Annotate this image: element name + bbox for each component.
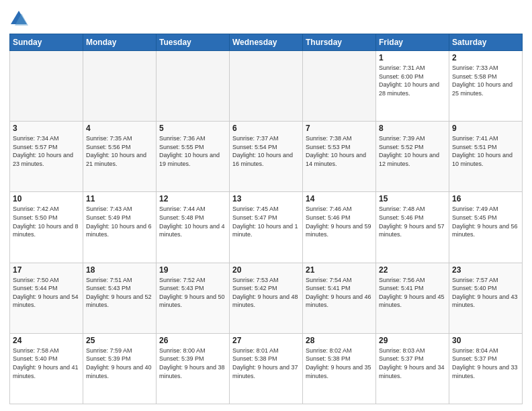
day-number: 4 — [86, 124, 153, 133]
day-info: Sunrise: 7:39 AM Sunset: 5:52 PM Dayligh… — [379, 134, 446, 168]
day-info: Sunrise: 7:56 AM Sunset: 5:41 PM Dayligh… — [379, 276, 446, 310]
calendar-cell: 18Sunrise: 7:51 AM Sunset: 5:43 PM Dayli… — [83, 263, 157, 333]
calendar-cell: 13Sunrise: 7:45 AM Sunset: 5:47 PM Dayli… — [230, 192, 303, 263]
day-info: Sunrise: 7:46 AM Sunset: 5:46 PM Dayligh… — [306, 205, 373, 238]
day-info: Sunrise: 7:51 AM Sunset: 5:43 PM Dayligh… — [86, 276, 153, 310]
calendar-cell: 21Sunrise: 7:54 AM Sunset: 5:41 PM Dayli… — [303, 263, 376, 333]
calendar-cell: 3Sunrise: 7:34 AM Sunset: 5:57 PM Daylig… — [10, 122, 83, 192]
day-info: Sunrise: 7:33 AM Sunset: 5:58 PM Dayligh… — [452, 64, 519, 97]
day-info: Sunrise: 8:01 AM Sunset: 5:38 PM Dayligh… — [232, 347, 300, 380]
calendar-cell: 26Sunrise: 8:00 AM Sunset: 5:39 PM Dayli… — [157, 333, 230, 404]
day-number: 17 — [13, 265, 80, 275]
day-number: 13 — [232, 194, 300, 203]
calendar-cell: 4Sunrise: 7:35 AM Sunset: 5:56 PM Daylig… — [83, 122, 157, 192]
col-header-friday: Friday — [376, 34, 449, 51]
day-info: Sunrise: 8:03 AM Sunset: 5:37 PM Dayligh… — [379, 347, 446, 380]
page: SundayMondayTuesdayWednesdayThursdayFrid… — [0, 0, 532, 411]
day-number: 3 — [13, 124, 80, 133]
col-header-tuesday: Tuesday — [157, 34, 230, 51]
calendar-cell: 28Sunrise: 8:02 AM Sunset: 5:38 PM Dayli… — [303, 333, 376, 404]
day-info: Sunrise: 7:38 AM Sunset: 5:53 PM Dayligh… — [306, 134, 373, 168]
calendar-cell: 15Sunrise: 7:48 AM Sunset: 5:46 PM Dayli… — [376, 192, 449, 263]
calendar-cell: 11Sunrise: 7:43 AM Sunset: 5:49 PM Dayli… — [83, 192, 157, 263]
day-info: Sunrise: 8:00 AM Sunset: 5:39 PM Dayligh… — [159, 347, 226, 380]
day-number: 2 — [452, 53, 519, 62]
calendar-cell: 12Sunrise: 7:44 AM Sunset: 5:48 PM Dayli… — [157, 192, 230, 263]
logo — [9, 9, 31, 28]
calendar-cell: 2Sunrise: 7:33 AM Sunset: 5:58 PM Daylig… — [449, 51, 523, 122]
day-info: Sunrise: 7:35 AM Sunset: 5:56 PM Dayligh… — [86, 134, 153, 168]
calendar-cell: 8Sunrise: 7:39 AM Sunset: 5:52 PM Daylig… — [376, 122, 449, 192]
calendar-cell: 19Sunrise: 7:52 AM Sunset: 5:43 PM Dayli… — [157, 263, 230, 333]
calendar-week-row: 10Sunrise: 7:42 AM Sunset: 5:50 PM Dayli… — [10, 192, 523, 263]
day-number: 11 — [86, 194, 153, 203]
calendar-cell: 10Sunrise: 7:42 AM Sunset: 5:50 PM Dayli… — [10, 192, 83, 263]
calendar-cell: 14Sunrise: 7:46 AM Sunset: 5:46 PM Dayli… — [303, 192, 376, 263]
day-info: Sunrise: 7:42 AM Sunset: 5:50 PM Dayligh… — [13, 205, 80, 238]
calendar-cell: 17Sunrise: 7:50 AM Sunset: 5:44 PM Dayli… — [10, 263, 83, 333]
day-info: Sunrise: 7:48 AM Sunset: 5:46 PM Dayligh… — [379, 205, 446, 238]
calendar-header-row: SundayMondayTuesdayWednesdayThursdayFrid… — [10, 34, 523, 51]
col-header-wednesday: Wednesday — [230, 34, 303, 51]
calendar-table: SundayMondayTuesdayWednesdayThursdayFrid… — [9, 34, 523, 404]
day-number: 1 — [379, 53, 446, 62]
calendar-cell: 6Sunrise: 7:37 AM Sunset: 5:54 PM Daylig… — [230, 122, 303, 192]
day-number: 28 — [306, 336, 373, 345]
calendar-cell — [157, 51, 230, 122]
calendar-cell — [10, 51, 83, 122]
day-number: 27 — [232, 336, 300, 345]
day-info: Sunrise: 7:34 AM Sunset: 5:57 PM Dayligh… — [13, 134, 80, 168]
day-number: 18 — [86, 265, 153, 275]
day-number: 10 — [13, 194, 80, 203]
day-number: 8 — [379, 124, 446, 133]
calendar-cell: 22Sunrise: 7:56 AM Sunset: 5:41 PM Dayli… — [376, 263, 449, 333]
day-info: Sunrise: 7:52 AM Sunset: 5:43 PM Dayligh… — [159, 276, 226, 310]
col-header-sunday: Sunday — [10, 34, 83, 51]
day-info: Sunrise: 7:41 AM Sunset: 5:51 PM Dayligh… — [452, 134, 519, 168]
day-info: Sunrise: 7:36 AM Sunset: 5:55 PM Dayligh… — [159, 134, 226, 168]
day-number: 20 — [232, 265, 300, 275]
day-info: Sunrise: 7:57 AM Sunset: 5:40 PM Dayligh… — [452, 276, 519, 310]
day-info: Sunrise: 7:58 AM Sunset: 5:40 PM Dayligh… — [13, 347, 80, 380]
day-number: 26 — [159, 336, 226, 345]
day-info: Sunrise: 7:45 AM Sunset: 5:47 PM Dayligh… — [232, 205, 300, 238]
calendar-week-row: 24Sunrise: 7:58 AM Sunset: 5:40 PM Dayli… — [10, 333, 523, 404]
calendar-cell: 27Sunrise: 8:01 AM Sunset: 5:38 PM Dayli… — [230, 333, 303, 404]
calendar-cell — [303, 51, 376, 122]
day-number: 23 — [452, 265, 519, 275]
day-info: Sunrise: 7:31 AM Sunset: 6:00 PM Dayligh… — [379, 64, 446, 97]
calendar-week-row: 3Sunrise: 7:34 AM Sunset: 5:57 PM Daylig… — [10, 122, 523, 192]
day-number: 24 — [13, 336, 80, 345]
day-number: 14 — [306, 194, 373, 203]
col-header-monday: Monday — [83, 34, 157, 51]
calendar-cell: 25Sunrise: 7:59 AM Sunset: 5:39 PM Dayli… — [83, 333, 157, 404]
col-header-thursday: Thursday — [303, 34, 376, 51]
day-info: Sunrise: 7:43 AM Sunset: 5:49 PM Dayligh… — [86, 205, 153, 238]
day-info: Sunrise: 7:50 AM Sunset: 5:44 PM Dayligh… — [13, 276, 80, 310]
calendar-cell — [230, 51, 303, 122]
day-number: 30 — [452, 336, 519, 345]
day-info: Sunrise: 7:49 AM Sunset: 5:45 PM Dayligh… — [452, 205, 519, 238]
day-info: Sunrise: 8:04 AM Sunset: 5:37 PM Dayligh… — [452, 347, 519, 380]
calendar-cell: 30Sunrise: 8:04 AM Sunset: 5:37 PM Dayli… — [449, 333, 523, 404]
calendar-cell: 23Sunrise: 7:57 AM Sunset: 5:40 PM Dayli… — [449, 263, 523, 333]
day-number: 7 — [306, 124, 373, 133]
day-number: 19 — [159, 265, 226, 275]
day-number: 16 — [452, 194, 519, 203]
day-info: Sunrise: 7:37 AM Sunset: 5:54 PM Dayligh… — [232, 134, 300, 168]
calendar-week-row: 1Sunrise: 7:31 AM Sunset: 6:00 PM Daylig… — [10, 51, 523, 122]
calendar-cell: 9Sunrise: 7:41 AM Sunset: 5:51 PM Daylig… — [449, 122, 523, 192]
calendar-cell: 5Sunrise: 7:36 AM Sunset: 5:55 PM Daylig… — [157, 122, 230, 192]
day-info: Sunrise: 7:59 AM Sunset: 5:39 PM Dayligh… — [86, 347, 153, 380]
calendar-cell: 20Sunrise: 7:53 AM Sunset: 5:42 PM Dayli… — [230, 263, 303, 333]
calendar-week-row: 17Sunrise: 7:50 AM Sunset: 5:44 PM Dayli… — [10, 263, 523, 333]
day-info: Sunrise: 8:02 AM Sunset: 5:38 PM Dayligh… — [306, 347, 373, 380]
day-number: 6 — [232, 124, 300, 133]
day-info: Sunrise: 7:44 AM Sunset: 5:48 PM Dayligh… — [159, 205, 226, 238]
logo-icon — [9, 9, 28, 28]
day-number: 15 — [379, 194, 446, 203]
day-number: 25 — [86, 336, 153, 345]
calendar-cell: 29Sunrise: 8:03 AM Sunset: 5:37 PM Dayli… — [376, 333, 449, 404]
calendar-cell — [83, 51, 157, 122]
day-number: 9 — [452, 124, 519, 133]
